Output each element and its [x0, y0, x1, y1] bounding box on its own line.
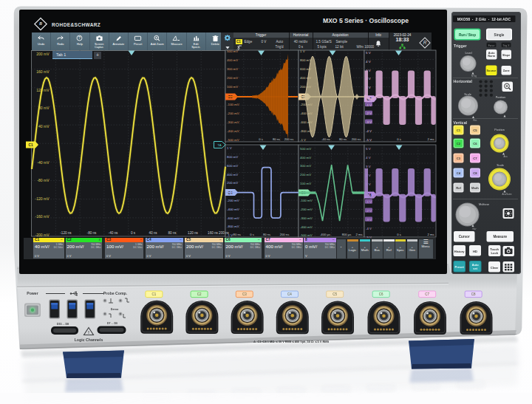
svg-text:D15 ... D8: D15 ... D8	[57, 323, 69, 326]
svg-text:C3: C3	[242, 292, 247, 296]
svg-text:C6: C6	[379, 292, 383, 296]
svg-text:C4: C4	[287, 292, 292, 296]
svg-text:Probe Comp.: Probe Comp.	[103, 291, 128, 295]
svg-text:C5: C5	[332, 292, 337, 296]
svg-text:Demo: Demo	[111, 308, 119, 311]
svg-text:!: !	[88, 330, 89, 335]
svg-text:Logic Channels: Logic Channels	[75, 338, 103, 342]
svg-text:⚠ C1–C8 1 MΩ: ≤ 30 V RMS ≤ 40: ⚠ C1–C8 1 MΩ: ≤ 30 V RMS ≤ 400 Vpk, 50 Ω…	[253, 340, 330, 343]
svg-text:D7 ... D0: D7 ... D0	[107, 322, 117, 325]
svg-text:C2: C2	[197, 292, 202, 296]
svg-text:Power: Power	[27, 291, 38, 295]
svg-text:C1: C1	[152, 292, 157, 296]
svg-text:C8: C8	[471, 292, 476, 296]
svg-text:C7: C7	[425, 292, 429, 296]
